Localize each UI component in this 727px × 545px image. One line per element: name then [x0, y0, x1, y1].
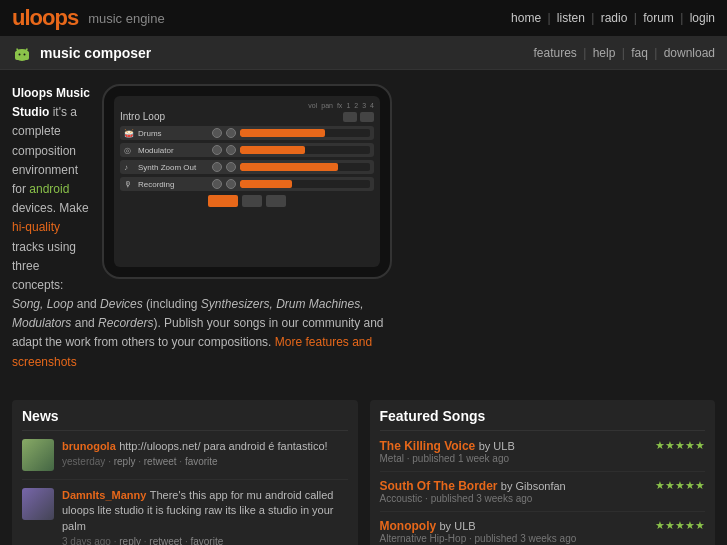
avatar-img: [22, 439, 54, 471]
list-item: Monopoly by ULB Alternative Hip-Hop · pu…: [380, 519, 706, 545]
nav-listen[interactable]: listen: [557, 11, 585, 25]
news-username: DamnIts_Manny: [62, 489, 146, 501]
rec-btn[interactable]: [266, 195, 286, 207]
featured-section: Featured Songs The Killing Voice by ULB …: [370, 400, 716, 545]
fav-link[interactable]: favorite: [190, 536, 223, 545]
avatar-img: [22, 488, 54, 520]
ctrl-btn-2[interactable]: [360, 112, 374, 122]
sub-nav-left: music composer: [12, 43, 151, 63]
song-title[interactable]: South Of The Border: [380, 479, 498, 493]
track-name-drums: Drums: [138, 129, 208, 138]
brand-name: Uloops Music Studio: [12, 86, 90, 119]
track-name-synth: Synth Zoom Out: [138, 163, 208, 172]
news-actions: yesterday · reply · retweet · favorite: [62, 456, 328, 467]
svg-rect-7: [15, 52, 29, 57]
list-item: South Of The Border by Gibsonfan Accoust…: [380, 479, 706, 512]
screen-bottom-controls: [120, 195, 374, 207]
nav-login[interactable]: login: [690, 11, 715, 25]
phone-screen: vol pan fx 1 2 3 4 Intro Loop: [114, 96, 380, 267]
vol-label: vol: [308, 102, 317, 109]
nav-radio[interactable]: radio: [601, 11, 628, 25]
list-item: DamnIts_Manny There's this app for mu an…: [22, 488, 348, 545]
news-section: News brunogola http://uloops.net/ para a…: [12, 400, 358, 545]
track-bar-synth: [240, 163, 370, 171]
news-list: brunogola http://uloops.net/ para androi…: [22, 439, 348, 545]
subnav-features[interactable]: features: [534, 46, 577, 60]
song-info: South Of The Border by Gibsonfan Accoust…: [380, 479, 566, 504]
subnav-download[interactable]: download: [664, 46, 715, 60]
track-icon-drums: 🥁: [124, 129, 134, 138]
fx-label: fx: [337, 102, 342, 109]
track-bar-drums: [240, 129, 370, 137]
screen-header: Intro Loop: [120, 111, 374, 122]
track-knob-2[interactable]: [226, 128, 236, 138]
site-logo[interactable]: uloops: [12, 5, 78, 31]
phone-mockup: vol pan fx 1 2 3 4 Intro Loop: [102, 84, 392, 279]
song-artist: by ULB: [440, 520, 476, 532]
svg-point-9: [24, 53, 26, 55]
pan-label: pan: [321, 102, 333, 109]
song-info: The Killing Voice by ULB Metal · publish…: [380, 439, 515, 464]
subnav-faq[interactable]: faq: [631, 46, 648, 60]
news-inner: News brunogola http://uloops.net/ para a…: [12, 400, 358, 545]
track-bar-modulator: [240, 146, 370, 154]
track-name-modulator: Modulator: [138, 146, 208, 155]
retweet-link[interactable]: retweet: [149, 536, 182, 545]
reply-link[interactable]: reply: [114, 456, 136, 467]
stop-btn[interactable]: [242, 195, 262, 207]
sub-nav-links: features | help | faq | download: [534, 46, 716, 60]
track-row-drums: 🥁 Drums: [120, 126, 374, 140]
ctrl-btn-1[interactable]: [343, 112, 357, 122]
track-bar-fill-synth: [240, 163, 338, 171]
intro-column: vol pan fx 1 2 3 4 Intro Loop: [12, 84, 392, 386]
track-knob-1[interactable]: [212, 128, 222, 138]
android-icon: [12, 43, 32, 63]
ch1-label: 1: [346, 102, 350, 109]
sub-navigation: music composer features | help | faq | d…: [0, 36, 727, 70]
play-btn[interactable]: [208, 195, 238, 207]
sub-nav-title: music composer: [40, 45, 151, 61]
screen-title: Intro Loop: [120, 111, 165, 122]
song-title[interactable]: Monopoly: [380, 519, 437, 533]
retweet-link[interactable]: retweet: [144, 456, 177, 467]
track-knob-rec-2[interactable]: [226, 179, 236, 189]
track-knob-mod-2[interactable]: [226, 145, 236, 155]
song-stars: ★★★★★: [655, 519, 705, 532]
song-artist: by ULB: [479, 440, 515, 452]
avatar: [22, 488, 54, 520]
avatar: [22, 439, 54, 471]
two-column-section: News brunogola http://uloops.net/ para a…: [0, 400, 727, 545]
main-intro-area: vol pan fx 1 2 3 4 Intro Loop: [0, 70, 727, 400]
track-knob-synth-2[interactable]: [226, 162, 236, 172]
track-icon-mod: ◎: [124, 146, 134, 155]
android-text: android: [29, 182, 69, 196]
song-stars: ★★★★★: [655, 479, 705, 492]
track-knob-mod-1[interactable]: [212, 145, 222, 155]
logo-area: uloops music engine: [12, 5, 165, 31]
song-info: Monopoly by ULB Alternative Hip-Hop · pu…: [380, 519, 577, 544]
track-bar-fill-modulator: [240, 146, 305, 154]
song-title[interactable]: The Killing Voice: [380, 439, 476, 453]
fav-link[interactable]: favorite: [185, 456, 218, 467]
track-bar-recording: [240, 180, 370, 188]
news-title: News: [22, 408, 348, 431]
track-knob-rec-1[interactable]: [212, 179, 222, 189]
top-nav-links: home | listen | radio | forum | login: [511, 11, 715, 25]
screen-vol-labels: vol pan fx 1 2 3 4: [120, 102, 374, 109]
nav-home[interactable]: home: [511, 11, 541, 25]
news-text: http://uloops.net/ para android é fantas…: [119, 440, 328, 452]
track-icon-synth: ♪: [124, 163, 134, 172]
top-navigation: uloops music engine home | listen | radi…: [0, 0, 727, 36]
song-meta: Alternative Hip-Hop · published 3 weeks …: [380, 533, 577, 544]
ch4-label: 4: [370, 102, 374, 109]
track-knob-synth-1[interactable]: [212, 162, 222, 172]
track-row-modulator: ◎ Modulator: [120, 143, 374, 157]
reply-link[interactable]: reply: [119, 536, 141, 545]
nav-forum[interactable]: forum: [643, 11, 674, 25]
track-bar-fill-recording: [240, 180, 292, 188]
featured-inner: Featured Songs The Killing Voice by ULB …: [370, 400, 716, 545]
track-icon-rec: 🎙: [124, 180, 134, 189]
subnav-help[interactable]: help: [593, 46, 616, 60]
list-item: The Killing Voice by ULB Metal · publish…: [380, 439, 706, 472]
list-item: brunogola http://uloops.net/ para androi…: [22, 439, 348, 480]
